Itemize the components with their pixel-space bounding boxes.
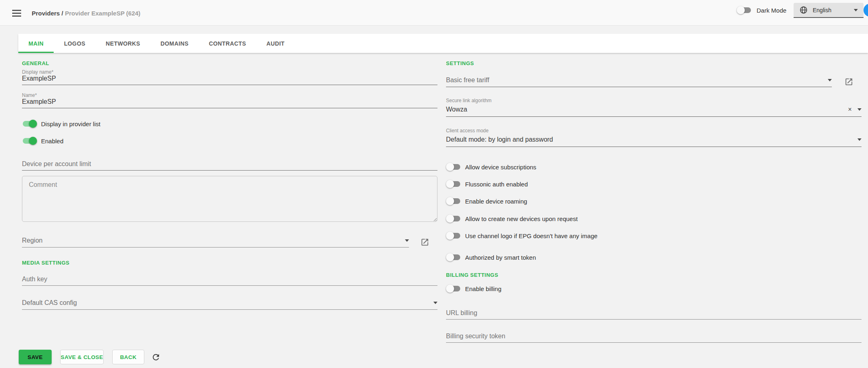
secure-link-value: Wowza xyxy=(446,106,848,113)
toggle-label: Enable billing xyxy=(465,285,501,292)
tariff-select[interactable]: Basic free tariff xyxy=(446,77,832,87)
client-access-value: Default mode: by login and password xyxy=(446,136,857,143)
toggle-label: Enabled xyxy=(41,138,63,145)
save-button[interactable]: SAVE xyxy=(19,350,52,364)
name-field: Name* xyxy=(22,92,437,108)
display-in-provider-list-row: Display in provider list xyxy=(22,120,100,128)
client-access-field: Client access mode Default mode: by logi… xyxy=(446,128,861,147)
enable-billing-toggle[interactable] xyxy=(446,285,461,293)
open-in-new-icon[interactable] xyxy=(420,238,429,247)
enabled-toggle[interactable] xyxy=(22,137,37,145)
channel-logo-epg-toggle[interactable] xyxy=(446,232,461,240)
toggle-label: Allow device subscriptions xyxy=(465,164,536,171)
device-roaming-toggle[interactable] xyxy=(446,197,461,205)
url-billing-input[interactable] xyxy=(446,309,861,319)
channel-logo-epg-row: Use channel logo if EPG doesn't have any… xyxy=(446,232,598,240)
refresh-icon[interactable] xyxy=(151,353,161,362)
smart-token-toggle[interactable] xyxy=(446,253,461,261)
save-and-close-button[interactable]: SAVE & CLOSE xyxy=(60,350,104,364)
chevron-down-icon xyxy=(857,138,861,141)
comment-field xyxy=(22,176,437,223)
auth-key-input[interactable] xyxy=(22,276,437,285)
billing-token-input[interactable] xyxy=(446,333,861,342)
create-devices-toggle[interactable] xyxy=(446,215,461,223)
clear-x-icon[interactable]: × xyxy=(848,106,852,113)
toggle-label: Flussonic auth enabled xyxy=(465,181,528,188)
open-in-new-icon[interactable] xyxy=(844,77,853,86)
comment-textarea[interactable] xyxy=(22,176,437,222)
secure-link-select[interactable]: Wowza × xyxy=(446,106,861,117)
enable-billing-row: Enable billing xyxy=(446,285,501,293)
enabled-row: Enabled xyxy=(22,137,63,145)
display-in-provider-list-toggle[interactable] xyxy=(22,120,37,128)
toggle-label: Display in provider list xyxy=(41,120,100,127)
chevron-down-icon xyxy=(405,239,409,242)
section-header-billing-settings: BILLING SETTINGS xyxy=(446,272,498,278)
back-button[interactable]: BACK xyxy=(112,350,144,364)
hamburger-menu-icon[interactable] xyxy=(12,10,21,17)
section-header-general: GENERAL xyxy=(22,60,49,66)
flussonic-auth-row: Flussonic auth enabled xyxy=(446,180,528,188)
display-name-label: Display name* xyxy=(22,69,437,75)
chevron-down-icon xyxy=(433,302,437,304)
toggle-label: Enable device roaming xyxy=(465,198,527,205)
url-billing-field xyxy=(446,309,861,320)
section-header-settings: SETTINGS xyxy=(446,60,474,66)
tariff-row: Basic free tariff xyxy=(446,77,861,87)
toggle-label: Use channel logo if EPG doesn't have any… xyxy=(465,232,598,239)
name-input[interactable] xyxy=(22,98,437,108)
flussonic-auth-toggle[interactable] xyxy=(446,180,461,188)
secure-link-field: Secure link algorithm Wowza × xyxy=(446,98,861,117)
toggle-label: Allow to create new devices upon request xyxy=(465,215,578,222)
allow-device-subscriptions-toggle[interactable] xyxy=(446,163,461,171)
region-row: Region xyxy=(22,237,437,248)
chevron-down-icon xyxy=(828,79,832,81)
section-header-media-settings: MEDIA SETTINGS xyxy=(22,260,70,266)
cas-config-select[interactable]: Default CAS config xyxy=(22,299,437,310)
region-select[interactable]: Region xyxy=(22,237,409,248)
display-name-input[interactable] xyxy=(22,75,437,85)
smart-token-row: Authorized by smart token xyxy=(446,253,536,261)
allow-device-subscriptions-row: Allow device subscriptions xyxy=(446,163,536,171)
display-name-field: Display name* xyxy=(22,69,437,85)
create-devices-row: Allow to create new devices upon request xyxy=(446,215,578,223)
client-access-label: Client access mode xyxy=(446,128,861,134)
secure-link-label: Secure link algorithm xyxy=(446,98,861,103)
general-column: GENERAL Display name* Name* Display in p… xyxy=(22,0,437,368)
billing-token-field xyxy=(446,333,861,343)
avatar[interactable] xyxy=(864,4,868,17)
device-limit-field xyxy=(22,160,437,171)
device-limit-input[interactable] xyxy=(22,160,437,170)
client-access-select[interactable]: Default mode: by login and password xyxy=(446,136,861,147)
toggle-label: Authorized by smart token xyxy=(465,254,536,261)
region-placeholder: Region xyxy=(22,237,405,244)
auth-key-field xyxy=(22,276,437,286)
chevron-down-icon xyxy=(857,108,861,111)
provider-edit-page: Providers / Provider ExampleSP (624) Dar… xyxy=(0,0,868,368)
name-label: Name* xyxy=(22,92,437,98)
settings-column: SETTINGS Basic free tariff Secure link a… xyxy=(446,0,861,368)
tariff-placeholder: Basic free tariff xyxy=(446,77,828,84)
device-roaming-row: Enable device roaming xyxy=(446,197,527,205)
cas-config-placeholder: Default CAS config xyxy=(22,299,433,307)
